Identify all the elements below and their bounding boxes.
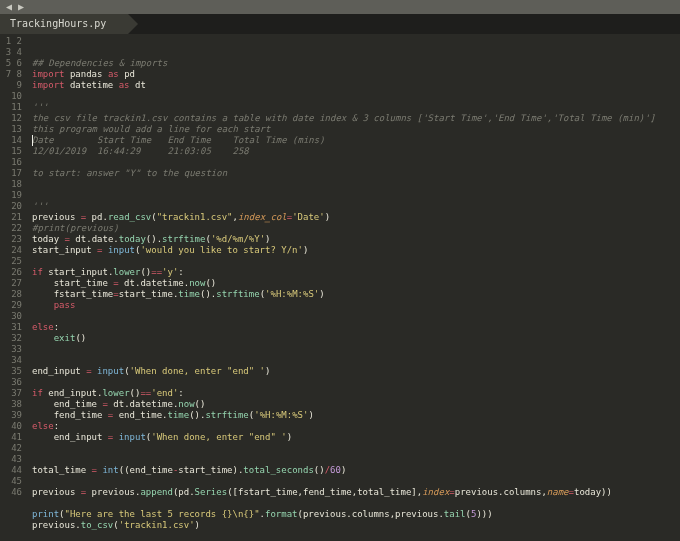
code-token: columns, [504, 487, 547, 497]
code-token: dt [108, 399, 124, 409]
code-token: today)) [574, 487, 612, 497]
code-token: dt [119, 278, 135, 288]
code-token: print [32, 509, 59, 519]
code-token: start_input [43, 267, 108, 277]
code-token: Date Start Time End Time Total Time (min… [32, 135, 325, 145]
code-token: '%d/%m/%Y' [211, 234, 265, 244]
code-token: ) [319, 289, 324, 299]
code-token: ) [265, 366, 270, 376]
code-token: fstart_time [32, 289, 113, 299]
code-token: 'y' [162, 267, 178, 277]
code-token: 12/01/2019 16:44:29 21:03:05 258 [32, 146, 249, 156]
code-token: append [140, 487, 173, 497]
code-token: else [32, 421, 54, 431]
code-token: () [195, 399, 206, 409]
code-token: this program would add a line for each s… [32, 124, 270, 134]
code-token: tail [444, 509, 466, 519]
code-token: int [102, 465, 118, 475]
code-token: () [75, 333, 86, 343]
code-token: "Here are the last 5 records {}\n{}" [65, 509, 260, 519]
code-token: 60 [330, 465, 341, 475]
code-token: format [265, 509, 298, 519]
code-token: previous [32, 520, 75, 530]
code-token: read_csv [108, 212, 151, 222]
code-token: 'When done, enter "end" ' [151, 432, 286, 442]
code-token: '%H:%M:%S' [265, 289, 319, 299]
code-token: dt [70, 234, 86, 244]
code-token: start_time [119, 289, 173, 299]
code-token: dt [130, 80, 146, 90]
code-token: ) [265, 234, 270, 244]
code-token: (pd [173, 487, 189, 497]
code-token: as [108, 69, 119, 79]
code-token: end_input [43, 388, 97, 398]
code-token: 'trackin1.csv' [119, 520, 195, 530]
code-token: pass [54, 300, 76, 310]
code-token: ''' [32, 102, 48, 112]
code-token: today [32, 234, 65, 244]
code-token: '%H:%M:%S' [254, 410, 308, 420]
code-token: exit [54, 333, 76, 343]
code-token: : [54, 421, 59, 431]
code-token: lower [102, 388, 129, 398]
code-token: ) [287, 432, 292, 442]
line-number-gutter: 1 2 3 4 5 6 7 8 9 10 11 12 13 14 15 16 1… [0, 34, 28, 541]
code-token: as [119, 80, 130, 90]
code-token: "trackin1.csv" [157, 212, 233, 222]
code-token: total_seconds [243, 465, 313, 475]
code-token: now [178, 399, 194, 409]
code-token: () [200, 289, 211, 299]
tab-filename: TrackingHours.py [10, 18, 106, 29]
code-token: == [140, 388, 151, 398]
code-token: ([fstart_time,fend_time,total_time], [227, 487, 422, 497]
code-token: end_time [113, 410, 162, 420]
code-content[interactable]: ## Dependencies & imports import pandas … [28, 34, 680, 541]
code-token: () [140, 267, 151, 277]
code-token: time [178, 289, 200, 299]
code-token: : [54, 322, 59, 332]
code-token [32, 300, 54, 310]
code-token: datetime [130, 399, 173, 409]
code-token: ) [195, 520, 200, 530]
code-token: to start: answer "Y" to the question [32, 168, 227, 178]
code-token: strftime [205, 410, 248, 420]
code-token: ))) [476, 509, 492, 519]
code-token: previous [455, 487, 498, 497]
code-token: lower [113, 267, 140, 277]
editor-window: ◀ ▶ TrackingHours.py 1 2 3 4 5 6 7 8 9 1… [0, 0, 680, 541]
code-token: end_input [32, 366, 86, 376]
code-token: columns,previous [352, 509, 439, 519]
tab-file[interactable]: TrackingHours.py [0, 14, 128, 34]
code-token: time [167, 410, 189, 420]
code-token: #print(previous) [32, 223, 119, 233]
code-token: import [32, 80, 65, 90]
code-token: index [422, 487, 449, 497]
code-token: index_col [238, 212, 287, 222]
editor-area[interactable]: 1 2 3 4 5 6 7 8 9 10 11 12 13 14 15 16 1… [0, 34, 680, 541]
code-token: ''' [32, 201, 48, 211]
code-token: total_time [32, 465, 92, 475]
code-token: end_time [32, 399, 102, 409]
code-token: Series [195, 487, 228, 497]
code-token: ## Dependencies & imports [32, 58, 167, 68]
nav-forward-icon[interactable]: ▶ [18, 3, 26, 11]
code-token: fend_time [32, 410, 108, 420]
code-token: import [32, 69, 65, 79]
code-token: : [178, 388, 183, 398]
code-token: start_input [32, 245, 97, 255]
code-token: (previous [298, 509, 347, 519]
code-token: ) [303, 245, 308, 255]
nav-back-icon[interactable]: ◀ [6, 3, 14, 11]
code-token: date [92, 234, 114, 244]
code-token: ) [308, 410, 313, 420]
code-token: == [151, 267, 162, 277]
code-token: () [189, 410, 200, 420]
code-token: previous [86, 487, 135, 497]
code-token: input [119, 432, 146, 442]
code-token: 'end' [151, 388, 178, 398]
code-token: end_input [32, 432, 108, 442]
code-token: () [205, 278, 216, 288]
code-token: if [32, 388, 43, 398]
code-token: () [130, 388, 141, 398]
code-token: today [119, 234, 146, 244]
